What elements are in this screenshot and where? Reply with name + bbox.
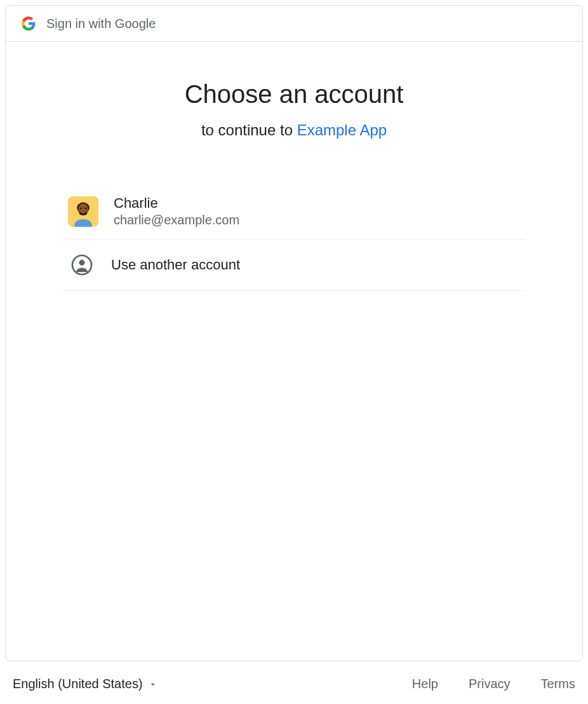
- google-logo-icon: [21, 16, 36, 31]
- card-header: Sign in with Google: [6, 6, 582, 42]
- account-info: Charlie charlie@example.com: [114, 195, 239, 227]
- use-another-account-button[interactable]: Use another account: [63, 240, 525, 291]
- subtitle-prefix: to continue to: [201, 121, 297, 139]
- app-name-link[interactable]: Example App: [297, 121, 387, 139]
- chevron-down-icon: [148, 679, 158, 689]
- person-circle-icon: [70, 254, 93, 276]
- account-item[interactable]: Charlie charlie@example.com: [63, 184, 525, 240]
- privacy-link[interactable]: Privacy: [469, 677, 511, 691]
- language-selector[interactable]: English (United States): [13, 677, 158, 691]
- page-subtitle: to continue to Example App: [201, 121, 387, 139]
- signin-card: Sign in with Google Choose an account to…: [5, 5, 583, 661]
- svg-point-7: [79, 260, 85, 266]
- avatar-image-icon: [68, 196, 98, 227]
- page-title: Choose an account: [185, 80, 404, 109]
- footer: English (United States) Help Privacy Ter…: [5, 661, 583, 699]
- language-label: English (United States): [13, 677, 143, 691]
- footer-links: Help Privacy Terms: [412, 677, 575, 691]
- account-list: Charlie charlie@example.com Use another …: [63, 184, 525, 291]
- terms-link[interactable]: Terms: [541, 677, 575, 691]
- svg-point-5: [85, 207, 86, 209]
- account-name: Charlie: [114, 195, 239, 212]
- card-content: Choose an account to continue to Example…: [6, 42, 582, 661]
- header-title: Sign in with Google: [46, 17, 156, 31]
- svg-point-4: [80, 207, 81, 209]
- use-another-account-label: Use another account: [111, 257, 240, 273]
- avatar: [68, 196, 98, 227]
- help-link[interactable]: Help: [412, 677, 438, 691]
- account-email: charlie@example.com: [114, 213, 239, 227]
